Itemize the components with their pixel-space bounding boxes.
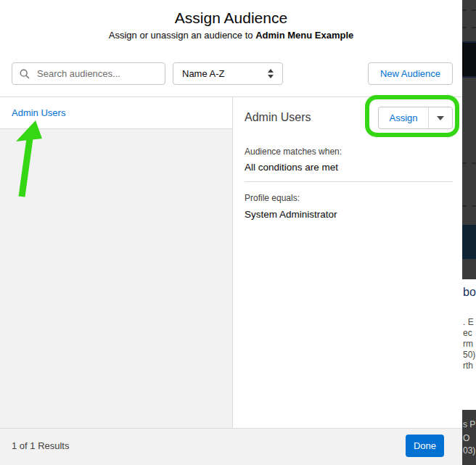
condition-value: System Administrator <box>245 209 337 220</box>
background-dark-band <box>462 41 476 78</box>
background-text-fragment: s P <box>463 419 475 429</box>
new-audience-button[interactable]: New Audience <box>368 62 453 85</box>
section-divider <box>245 181 453 182</box>
list-item-admin-users[interactable]: Admin Users <box>0 97 232 129</box>
audience-list-panel: Admin Users <box>0 96 232 428</box>
background-text-fragment: bo <box>463 286 476 299</box>
search-icon <box>20 69 30 79</box>
background-white-band: bo . E ec rm 50) rth <box>462 279 476 410</box>
new-audience-label: New Audience <box>380 68 440 79</box>
detail-heading: Admin Users <box>245 111 311 124</box>
modal-subtitle-prefix: Assign or unassign an audience to <box>109 30 255 41</box>
assign-button-group: Assign <box>378 107 453 129</box>
search-audiences-field[interactable] <box>12 62 165 85</box>
background-dashed-line <box>462 205 476 207</box>
done-button[interactable]: Done <box>406 435 444 457</box>
results-count: 1 of 1 Results <box>12 440 70 451</box>
background-text-fragment: 50) <box>463 350 475 360</box>
background-dashed-line <box>462 162 476 164</box>
stepper-up-icon <box>268 69 274 73</box>
assign-button[interactable]: Assign <box>379 107 429 128</box>
audience-detail-panel: Admin Users Assign Audience matches when… <box>232 96 462 428</box>
sort-stepper-icon[interactable] <box>268 69 274 78</box>
assign-dropdown-button[interactable] <box>429 107 452 128</box>
background-text-fragment: ec <box>463 328 472 338</box>
modal-subtitle: Assign or unassign an audience to Admin … <box>0 30 462 41</box>
modal-footer: 1 of 1 Results Done <box>0 428 462 465</box>
background-navy-band <box>462 225 476 259</box>
modal-title: Assign Audience <box>0 9 462 27</box>
sort-selected-value: Name A-Z <box>182 68 225 79</box>
audience-link-admin-users[interactable]: Admin Users <box>12 107 65 118</box>
background-text-fragment: . E <box>463 317 474 327</box>
background-dashed-line <box>462 9 476 11</box>
background-text-fragment: rth <box>463 361 473 371</box>
chevron-down-icon <box>437 116 444 120</box>
condition-label: Profile equals: <box>245 193 300 203</box>
matches-label: Audience matches when: <box>245 147 342 157</box>
sort-select[interactable]: Name A-Z <box>173 62 283 85</box>
background-text-fragment: 03) <box>463 445 475 456</box>
modal-subtitle-target: Admin Menu Example <box>255 30 353 41</box>
assign-audience-modal-screen: Assign Audience Assign or unassign an au… <box>0 0 476 465</box>
matches-value: All conditions are met <box>245 162 338 173</box>
background-page-strip: bo . E ec rm 50) rth s P O 03) <box>462 0 476 465</box>
search-input[interactable] <box>36 67 157 80</box>
stepper-down-icon <box>268 75 274 78</box>
background-dashed-line <box>462 27 476 28</box>
background-text-fragment: O <box>463 433 469 443</box>
background-text-fragment: rm <box>463 339 473 349</box>
